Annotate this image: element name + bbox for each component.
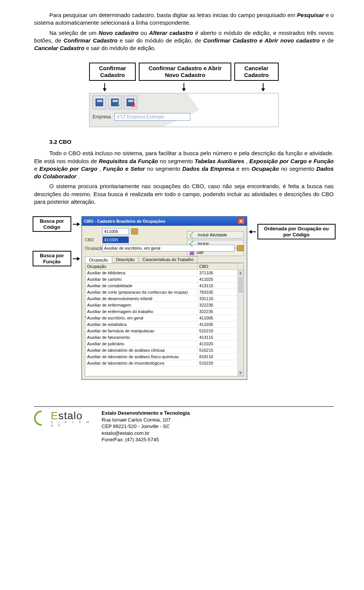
toolbar-illustration: Empresa bbox=[89, 93, 279, 127]
close-button[interactable]: ✕ bbox=[238, 218, 245, 224]
text: e de bbox=[322, 37, 334, 44]
cell-ocupacao: Auxiliar de contabilidade bbox=[85, 283, 198, 289]
cell-ocupacao: Auxiliar de corte (preparacao da confecc… bbox=[85, 289, 198, 295]
estalo-logo: Estalo S I S T E M A S bbox=[34, 410, 95, 431]
field-label-empresa: Empresa bbox=[93, 114, 111, 120]
floppy-arrow-icon bbox=[111, 99, 119, 106]
table-row[interactable]: Auxiliar de faturamento413115 bbox=[85, 334, 243, 341]
tab-descricao[interactable]: Descrição bbox=[112, 256, 139, 263]
callout-confirmar-abrir-novo: Confirmar Cadastro e Abrir Novo Cadastro bbox=[139, 63, 231, 81]
term-exp-cargo-funcao: Exposição por Cargo e Função bbox=[249, 158, 334, 164]
cell-ocupacao: Auxiliar de judiciário bbox=[85, 341, 198, 347]
table-row[interactable]: Auxiliar de desenvolvimento infantil3311… bbox=[85, 296, 243, 302]
table-row[interactable]: Auxiliar de farmácia de manipulacao51521… bbox=[85, 328, 243, 334]
footer-address1: Rua Ismael Carlos Correia, 107 bbox=[102, 417, 190, 423]
text: e sair do módulo de edição, de bbox=[120, 37, 203, 44]
cell-cbo: 413115 bbox=[198, 334, 237, 340]
binoculars-icon[interactable] bbox=[237, 245, 244, 251]
cell-cbo: 763105 bbox=[198, 289, 237, 295]
table-row[interactable]: Auxiliar de biblioteca371105 bbox=[85, 270, 243, 276]
footer-email: estalo@estalo.com.br bbox=[102, 430, 190, 437]
arrow-right-icon bbox=[73, 258, 79, 259]
text: e sair do módulo de edição. bbox=[86, 45, 156, 51]
figure-cbo-window: Busca por Código Busca por Função CBO - … bbox=[34, 216, 334, 380]
search-code-input[interactable] bbox=[102, 228, 129, 235]
paragraph-3: Todo o CBO está incluso no sistema, para… bbox=[34, 149, 334, 180]
window-titlebar: CBO - Cadastro Brasileiro de Ocupações ✕ bbox=[82, 217, 247, 226]
table-row[interactable]: Auxiliar de corte (preparacao da confecc… bbox=[85, 289, 243, 296]
cell-cbo: 515215 bbox=[198, 347, 237, 353]
label-cbo: CBO bbox=[85, 238, 100, 242]
callout-ordenada: Ordenada por Ocupação ou por Código bbox=[257, 224, 336, 239]
tab-caracteristicas[interactable]: Características do Trabalho bbox=[138, 256, 198, 263]
text: no segmento bbox=[281, 165, 316, 172]
cell-cbo: 371105 bbox=[198, 270, 237, 276]
table-row[interactable]: Auxiliar de enfermagem322230 bbox=[85, 302, 243, 308]
page-footer: Estalo S I S T E M A S Estalo Desenvolvi… bbox=[34, 410, 334, 443]
cbo-code-input[interactable] bbox=[102, 236, 129, 243]
confirm-save-new-button[interactable] bbox=[108, 96, 122, 109]
column-header-ocupacao[interactable]: Ocupação bbox=[85, 263, 198, 269]
floppy-icon bbox=[96, 99, 103, 106]
table-row[interactable]: Auxiliar de contabilidade413110 bbox=[85, 283, 243, 289]
cell-ocupacao: Auxiliar de escritório, em geral bbox=[85, 315, 198, 321]
cell-cbo: 322235 bbox=[198, 308, 237, 315]
confirm-save-button[interactable] bbox=[93, 96, 106, 109]
table-row[interactable]: Auxiliar de judiciário411020 bbox=[85, 341, 243, 347]
callout-busca-funcao: Busca por Função bbox=[33, 251, 72, 266]
button-label: Incluir Atividade bbox=[198, 233, 227, 237]
cell-cbo: 413110 bbox=[198, 283, 237, 289]
text: . bbox=[78, 173, 80, 179]
cell-ocupacao: Auxiliar de laboratório de análises clín… bbox=[85, 347, 198, 353]
cell-ocupacao: Auxiliar de biblioteca bbox=[85, 270, 198, 276]
text: Na seleção de um bbox=[49, 30, 99, 36]
cell-cbo: 322230 bbox=[198, 302, 237, 308]
cell-ocupacao: Auxiliar de desenvolvimento infantil bbox=[85, 296, 198, 302]
ocupacao-input[interactable] bbox=[102, 245, 235, 252]
cbo-window: CBO - Cadastro Brasileiro de Ocupações ✕… bbox=[82, 216, 247, 380]
text: ou bbox=[141, 30, 149, 36]
column-header-cbo[interactable]: CBO bbox=[198, 263, 237, 269]
term-confirmar-cadastro: Confirmar Cadastro bbox=[63, 37, 117, 44]
term-confirmar-abrir-novo: Confirmar Cadastro e Abrir novo cadastro bbox=[203, 37, 320, 44]
cell-ocupacao: Auxiliar de laboratório de análises físi… bbox=[85, 354, 198, 360]
text: e bbox=[34, 165, 39, 172]
table-row[interactable]: Auxiliar de enfermagem do trabalho322235 bbox=[85, 308, 243, 315]
table-row[interactable]: Auxiliar de estatística411035 bbox=[85, 321, 243, 328]
cell-cbo: 331110 bbox=[198, 296, 237, 302]
arrow-left-icon bbox=[249, 231, 256, 232]
callout-confirmar-cadastro: Confirmar Cadastro bbox=[89, 63, 136, 81]
arrow-right-icon bbox=[73, 224, 79, 225]
term-novo-cadastro: Novo cadastro bbox=[99, 30, 138, 36]
cell-cbo: 411020 bbox=[198, 341, 237, 347]
section-heading-cbo: 3.2 CBO bbox=[49, 138, 334, 145]
empresa-input[interactable] bbox=[115, 113, 190, 121]
cell-cbo: 515220 bbox=[198, 360, 237, 366]
table-row[interactable]: Auxiliar de laboratório de análises clín… bbox=[85, 347, 243, 354]
term-requisitos-funcao: Requisitos da Função bbox=[99, 158, 158, 164]
cancel-button[interactable] bbox=[124, 96, 137, 109]
tab-ocupacao[interactable]: Ocupação bbox=[85, 256, 112, 263]
term-funcao-setor: Função e Setor bbox=[103, 165, 145, 172]
cell-ocupacao: Auxiliar de cartório bbox=[85, 276, 198, 282]
vertical-scrollbar[interactable]: ▲ ▼ bbox=[237, 270, 243, 376]
table-row[interactable]: Auxiliar de laboratório de análises físi… bbox=[85, 354, 243, 360]
footer-company: Estalo Desenvolvimento e Tecnologia bbox=[102, 410, 190, 417]
callout-cancelar-cadastro: Cancelar Cadastro bbox=[234, 63, 279, 81]
term-exp-cargo: Exposição por Cargo bbox=[39, 165, 97, 172]
cell-cbo: 411025 bbox=[198, 276, 237, 282]
text: no segmento bbox=[147, 165, 182, 172]
incluir-atividade-button[interactable]: Incluir Atividade bbox=[187, 231, 244, 239]
table-row[interactable]: Auxiliar de laboratório de imunobiológic… bbox=[85, 360, 243, 367]
footer-address2: CEP 89221-520 - Joinville - SC bbox=[102, 423, 190, 430]
scroll-thumb[interactable] bbox=[238, 277, 243, 293]
cell-cbo: 515210 bbox=[198, 328, 237, 334]
binoculars-icon[interactable] bbox=[131, 228, 138, 234]
scroll-down-icon[interactable]: ▼ bbox=[238, 370, 243, 376]
table-row[interactable]: Auxiliar de cartório411025 bbox=[85, 276, 243, 283]
table-row[interactable]: Auxiliar de escritório, em geral411005 bbox=[85, 315, 243, 321]
arrow-down-icon bbox=[104, 83, 105, 91]
paragraph-1: Para pesquisar um determinado cadastro, … bbox=[34, 11, 334, 27]
scroll-up-icon[interactable]: ▲ bbox=[238, 270, 243, 276]
check-icon bbox=[190, 231, 196, 238]
